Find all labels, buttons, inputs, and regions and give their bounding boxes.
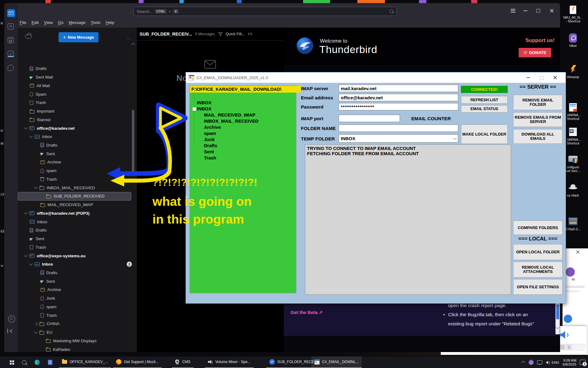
folder-row-all-mail[interactable]: All Mail	[18, 81, 136, 90]
dialog-titlebar[interactable]: C#_EMAIL_DOWNLOADER_2025_v1.0	[186, 72, 566, 83]
remove-email-folder-button[interactable]: REMOVE EMAIL FOLDER	[513, 95, 563, 110]
chevron-down-icon[interactable]	[29, 134, 33, 138]
menu-tools[interactable]: Tools	[91, 20, 101, 25]
imap-port-input[interactable]	[339, 115, 400, 122]
start-button[interactable]	[7, 356, 17, 368]
imap-tree-item-archive[interactable]: Archive	[204, 125, 221, 130]
folder-row-inbox-mail-received[interactable]: INBOX_MAIL_RECEIVED	[18, 183, 136, 192]
imap-tree-item-mail-received-imap[interactable]: MAIL_RECEIVED_IMAP	[204, 112, 256, 117]
folder-row-marketing-mw-displays[interactable]: Marketing MW Displays	[18, 337, 136, 345]
folder-row-trash[interactable]: Trash	[18, 175, 136, 184]
menu-view[interactable]: View	[44, 20, 53, 25]
volume-tray-icon[interactable]	[546, 361, 548, 364]
scroll-right-icon[interactable]	[565, 344, 572, 350]
remove-emails-from-server-button[interactable]: REMOVE EMAILS FROM SERVER	[513, 112, 563, 127]
folder-row-spam[interactable]: spam	[18, 303, 136, 311]
task-button-winform[interactable]: C#_EMAIL_DOWNL...	[311, 356, 362, 368]
tray-expand-icon[interactable]	[521, 361, 525, 365]
scroll-down-icon[interactable]	[556, 325, 559, 329]
imap-tree-item-spam[interactable]: spam	[204, 131, 216, 136]
active-speaker-device-icon[interactable]	[559, 329, 571, 341]
folder-row-drafts[interactable]: Drafts	[18, 269, 136, 277]
open-file-settings-button[interactable]: OPEN FILE SETTINGS	[513, 279, 563, 295]
folder-row-sent[interactable]: Sent	[18, 149, 136, 158]
settings-gear-icon[interactable]	[8, 315, 15, 323]
close-icon[interactable]	[576, 250, 580, 254]
task-button-firefox[interactable]: Get Support | Mozil...	[113, 356, 162, 368]
imap-server-input[interactable]: mail.karadev.net	[339, 85, 458, 92]
donate-button[interactable]: ♡ DONATE	[519, 48, 551, 57]
menu-go[interactable]: Go	[58, 20, 63, 25]
folder-row-karadev[interactable]: KaRadev	[18, 345, 136, 352]
refresh-list-button[interactable]: REFRESH LIST	[461, 96, 508, 104]
download-all-emails-button[interactable]: DOWNLOAD ALL EMAILS	[513, 129, 563, 144]
desktop-icon-winamp-file[interactable]: NRJ_90_N...- Shortcut	[559, 5, 586, 23]
compare-folders-button[interactable]: COMPARE FOLDERS	[513, 220, 563, 235]
folder-row-archive[interactable]: Archive	[18, 158, 136, 167]
folder-row-drafts[interactable]: Drafts	[18, 226, 136, 235]
minimize-button[interactable]	[521, 7, 530, 14]
task-button-folder[interactable]: OFFICE_KARADEV_...	[59, 356, 111, 368]
chevron-down-icon[interactable]	[24, 253, 27, 257]
folder-row-spam[interactable]: spam	[18, 167, 136, 175]
folder-row-sub-folder-received[interactable]: SUB_FOLDER_RECEIVED	[18, 192, 131, 201]
folder-row-inbox[interactable]: Inbox	[18, 132, 136, 141]
filter-bars-icon[interactable]	[248, 32, 252, 36]
temp-folder-select[interactable]: INBOX	[339, 134, 458, 143]
viber-tray-icon[interactable]	[528, 360, 534, 365]
dialog-minimize-button[interactable]	[522, 74, 534, 82]
folder-row-office-karadev-net-pop3-[interactable]: office@karadev.net (POP3)	[18, 209, 136, 217]
clock[interactable]: 9:09 AM 6/8/2025	[563, 358, 576, 366]
imap-tree-item-trash[interactable]: Trash	[204, 155, 216, 160]
chevron-down-icon[interactable]	[34, 330, 37, 333]
folder-row-trash[interactable]: Trash	[18, 311, 136, 320]
open-local-folder-button[interactable]: OPEN LOCAL FOLDER	[513, 244, 563, 260]
chevron-right-icon[interactable]	[34, 322, 37, 325]
menu-message[interactable]: Message	[69, 20, 86, 25]
chat-icon[interactable]	[8, 65, 14, 71]
folder-row-archive[interactable]: Archive	[18, 286, 136, 294]
maximize-button[interactable]	[534, 7, 543, 14]
chevron-down-icon[interactable]	[29, 262, 33, 265]
collapse-sidebar-icon[interactable]	[7, 329, 13, 333]
imap-tree-item-inbox-mail-received[interactable]: INBOX_MAIL_RECEIVED	[204, 118, 259, 124]
dialog-close-button[interactable]	[549, 74, 561, 82]
get-messages-icon[interactable]	[25, 34, 32, 39]
folder-row-inbox[interactable]: Inbox	[18, 217, 136, 226]
page-scrollbar[interactable]	[555, 302, 560, 334]
page-scrollbar-thumb[interactable]	[556, 305, 559, 319]
calculator-icon[interactable]	[45, 356, 55, 368]
imap-tree-item-sent[interactable]: Sent	[204, 149, 214, 154]
mail-space-icon[interactable]	[7, 9, 15, 17]
new-message-button[interactable]: +New Message	[59, 32, 98, 42]
close-button[interactable]	[547, 7, 556, 14]
calendar-icon[interactable]	[8, 37, 14, 43]
folder-scrollbar-thumb[interactable]	[132, 110, 134, 175]
chevron-down-icon[interactable]	[34, 185, 37, 189]
folder-row-spam[interactable]: Spam	[18, 90, 136, 98]
task-button-speaker[interactable]: )Volume Mixer - Spe...	[205, 356, 254, 368]
edge-icon[interactable]	[32, 356, 42, 368]
dialog-maximize-button[interactable]	[536, 74, 548, 82]
address-book-icon[interactable]	[8, 23, 14, 29]
get-beta-link[interactable]: Get the Beta ↗	[290, 310, 323, 315]
global-search-input[interactable]: Search... CTRL + K	[133, 7, 397, 16]
folder-row-office-karadev-net[interactable]: office@karadev.net	[18, 124, 136, 132]
chevron-down-icon[interactable]	[24, 211, 27, 214]
support-us-link[interactable]: Support us!	[525, 37, 555, 44]
folder-row-trash[interactable]: Trash	[18, 243, 136, 251]
app-menu-icon[interactable]	[508, 7, 517, 14]
filter-icon[interactable]	[218, 32, 223, 36]
folder-row-junk[interactable]: Junk	[18, 294, 136, 303]
menu-edit[interactable]: Edit	[32, 20, 39, 25]
quick-filter-label[interactable]: Quick Filt...	[226, 32, 245, 36]
folder-row-important[interactable]: Important	[18, 107, 136, 116]
desktop-icon-viber[interactable]: Viber	[559, 33, 586, 48]
password-input[interactable]: ****************	[339, 103, 458, 110]
folder-name-input[interactable]	[339, 125, 458, 132]
scroll-up-icon[interactable]	[131, 43, 135, 47]
imap-tree-item-junk[interactable]: Junk	[204, 137, 215, 142]
menu-help[interactable]: Help	[106, 20, 114, 25]
display-tray-icon[interactable]	[537, 360, 542, 364]
folder-row-china[interactable]: CHINA	[18, 320, 136, 328]
